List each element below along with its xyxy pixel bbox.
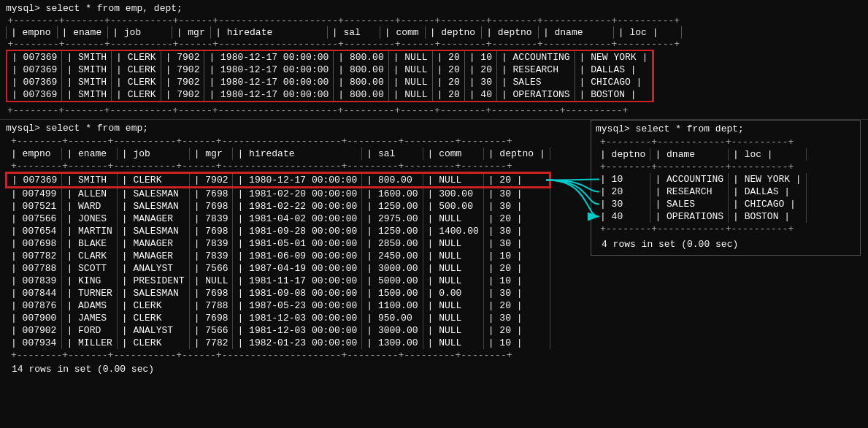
dept-separator: +--------+------------+----------+ (596, 223, 806, 235)
emp-row: | 007934| MILLER| CLERK| 7782| 1982-01-2… (7, 337, 550, 349)
emp-row: | 007839| KING| PRESIDENT| NULL| 1981-11… (7, 275, 550, 287)
cross-join-header: | empno | ename | job | mgr | hiredate |… (7, 26, 682, 39)
emp-header: | empno| ename| job| mgr| hiredate| sal|… (7, 148, 550, 160)
bottom-area: mysql> select * from emp; +--------+----… (0, 120, 868, 380)
emp-footer: 14 rows in set (0.00 sec) (6, 362, 571, 377)
cross-join-highlighted: | 007369| SMITH| CLERK| 7902| 1980-12-17… (7, 51, 653, 101)
cross-join-ellipsis: +--------+-------+-----------+------+---… (6, 105, 629, 116)
separator2: +--------+-------+-----------+------+---… (7, 39, 682, 50)
emp-table: +--------+-------+-----------+------+---… (6, 135, 550, 362)
emp-row: | 007499| ALLEN| SALESMAN| 7698| 1981-02… (7, 187, 550, 200)
cross-join-row: | 007369| SMITH| CLERK| 7902| 1980-12-17… (7, 88, 653, 101)
top-prompt: mysql> select * from emp, dept; (6, 3, 862, 14)
separator: +--------+-------+-----------+------+---… (7, 15, 682, 26)
dept-row-1: | 20| RESEARCH| DALLAS | (596, 186, 806, 198)
emp-row: | 007900| JAMES| CLERK| 7698| 1981-12-03… (7, 312, 550, 324)
cross-join-table: +--------+-------+-----------+------+---… (6, 15, 682, 50)
emp-row: | 007902| FORD| ANALYST| 7566| 1981-12-0… (7, 324, 550, 337)
terminal: mysql> select * from emp, dept; +-------… (0, 0, 868, 428)
emp-row: | 007654| MARTIN| SALESMAN| 7698| 1981-0… (7, 225, 550, 237)
dept-header: | deptno| dname| loc | (596, 148, 806, 161)
dept-panel: mysql> select * from dept; +--------+---… (591, 120, 861, 256)
cross-join-row: | 007369| SMITH| CLERK| 7902| 1980-12-17… (7, 76, 653, 88)
dept-row-2: | 30| SALES| CHICAGO | (596, 198, 806, 210)
emp-row: | 007521| WARD| SALESMAN| 7698| 1981-02-… (7, 200, 550, 213)
dept-row-0: | 10| ACCOUNTING| NEW YORK | (596, 173, 806, 186)
top-panel: mysql> select * from emp, dept; +-------… (0, 0, 868, 120)
emp-row: | 007876| ADAMS| CLERK| 7788| 1987-05-23… (7, 299, 550, 312)
dept-separator: +--------+------------+----------+ (596, 136, 806, 148)
dept-prompt: mysql> select * from dept; (596, 123, 856, 134)
emp-row: | 007566| JONES| MANAGER| 7839| 1981-04-… (7, 213, 550, 225)
dept-separator: +--------+------------+----------+ (596, 161, 806, 173)
separator: +--------+-------+-----------+------+---… (7, 135, 550, 148)
emp-row: | 007788| SCOTT| ANALYST| 7566| 1987-04-… (7, 262, 550, 275)
emp-highlighted-row: | 007369| SMITH| CLERK| 7902| 1980-12-17… (7, 173, 550, 187)
emp-panel: mysql> select * from emp; +--------+----… (0, 120, 577, 380)
separator: +--------+-------+-----------+------+---… (7, 160, 550, 173)
emp-row: | 007698| BLAKE| MANAGER| 7839| 1981-05-… (7, 237, 550, 250)
emp-row: | 007782| CLARK| MANAGER| 7839| 1981-06-… (7, 250, 550, 262)
dept-row-3: | 40| OPERATIONS| BOSTON | (596, 210, 806, 223)
cross-join-row: | 007369| SMITH| CLERK| 7902| 1980-12-17… (7, 64, 653, 76)
dept-table: +--------+------------+----------+| dept… (596, 136, 807, 235)
separator: +--------+-------+-----------+------+---… (7, 349, 550, 362)
emp-prompt: mysql> select * from emp; (6, 123, 571, 134)
emp-row: | 007844| TURNER| SALESMAN| 7698| 1981-0… (7, 287, 550, 299)
cross-join-row: | 007369| SMITH| CLERK| 7902| 1980-12-17… (7, 51, 653, 64)
dept-footer: 4 rows in set (0.00 sec) (596, 237, 856, 252)
separator3: +--------+-------+-----------+------+---… (6, 105, 629, 116)
